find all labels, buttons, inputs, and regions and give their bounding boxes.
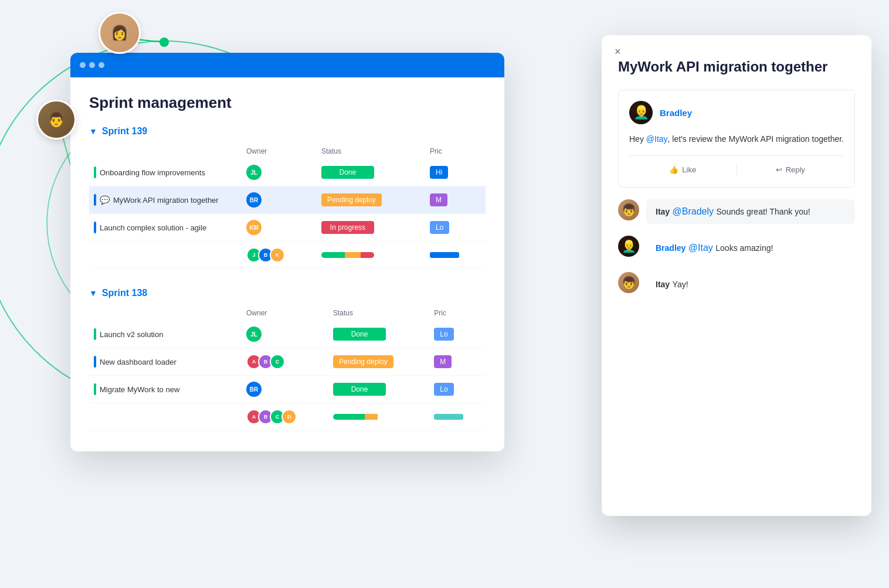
like-label: Like [682,165,696,174]
comment-avatar: 👱‍♂️ [629,101,653,124]
task-name-label: MyWork API migration together [113,196,219,205]
reply-text: Yay! [673,280,688,289]
reply-avatar: 👦 [618,272,639,293]
priority-badge: Lo [434,383,453,396]
reply-content: Itay @Bradely Sounds great! Thank you! [646,199,855,224]
reply-label: Reply [786,165,805,174]
task-name-label: Launch v2 solution [100,330,163,339]
comment-author-name: Bradley [660,108,692,118]
sprint-139-arrow: ▼ [89,127,97,136]
float-avatar-man: 👨 [36,100,76,140]
comment-body: Hey @Itay, let's review the MyWork API m… [629,132,844,145]
reply-author: Bradley [656,243,686,253]
reply-avatar: 👱‍♂️ [618,236,639,257]
table-row[interactable]: 💬 MyWork API migration together BR Pendi… [89,186,486,214]
window-dot-2 [89,62,95,68]
col-owner: Owner [242,144,317,159]
table-row[interactable]: Launch complex solution - agile KM In pr… [89,214,486,242]
reply-item: 👦 Itay @Bradely Sounds great! Thank you! [618,199,855,224]
window-dot-3 [99,62,104,68]
priority-badge: Hi [430,166,448,179]
reply-mention: @Bradely [673,206,714,216]
status-badge: Done [333,383,386,396]
avatar: BR [246,382,262,397]
avatar: JL [246,165,262,180]
comment-panel: × MyWork API migration together 👱‍♂️ Bra… [602,35,871,516]
reply-content: Itay Yay! [646,272,855,297]
reply-text: Looks amazing! [715,243,773,253]
reply-mention: @Itay [688,243,713,253]
task-name-label: Migrate MyWork to new [100,385,179,394]
main-comment-card: 👱‍♂️ Bradley Hey @Itay, let's review the… [618,90,855,187]
avatar: C [270,354,285,369]
sprint-window: Sprint management ▼ Sprint 139 Owner Sta… [70,53,504,451]
table-row[interactable]: Migrate MyWork to new BR Done Lo [89,376,486,403]
status-badge: Done [321,166,374,179]
col-priority: Pric [425,144,486,159]
priority-badge: Lo [434,328,453,341]
avatar: KM [246,220,262,235]
window-dot-1 [80,62,86,68]
reply-button[interactable]: ↩ Reply [737,163,844,176]
avatar: BR [246,192,262,208]
page-title: Sprint management [89,94,486,112]
float-avatar-woman: 👩 [99,12,141,54]
table-row[interactable]: Onboarding flow improvements JL Done Hi [89,159,486,186]
task-name-label: Launch complex solution - agile [100,223,206,232]
reply-content: Bradley @Itay Looks amazing! [646,236,855,260]
status-badge: In progress [321,221,374,234]
close-button[interactable]: × [615,46,621,58]
priority-badge: M [430,193,447,206]
table-row[interactable]: Launch v2 solution JL Done Lo [89,321,486,348]
svg-point-2 [160,38,169,47]
col-task [89,305,242,321]
status-badge: Pending deploy [321,193,382,206]
mention: @Itay [646,134,668,144]
reply-avatar: 👦 [618,199,639,220]
window-titlebar [70,53,504,77]
col-status: Status [317,144,425,159]
task-icon: 💬 [100,195,110,205]
avatar: JL [246,327,262,342]
progress-row: J B K [89,242,486,269]
reply-text: Sounds great! Thank you! [717,207,810,216]
task-name-label: New dashboard loader [100,358,177,366]
priority-badge: M [434,355,452,368]
like-icon: 👍 [669,165,678,174]
sprint-138-arrow: ▼ [89,288,97,298]
reply-item: 👱‍♂️ Bradley @Itay Looks amazing! [618,236,855,260]
sprint-138-label: Sprint 138 [102,288,147,298]
progress-row: A B C D [89,403,486,431]
reply-author: Itay [656,280,670,289]
reply-author: Itay [656,207,670,216]
reply-item: 👦 Itay Yay! [618,272,855,297]
panel-title: MyWork API migration together [618,57,855,76]
sprint-139-section: ▼ Sprint 139 Owner Status Pric [89,126,486,269]
sprint-139-label: Sprint 139 [102,126,147,137]
status-badge: Done [333,328,386,341]
reply-icon: ↩ [776,165,782,174]
priority-badge: Lo [430,221,449,234]
table-row[interactable]: New dashboard loader A B C Pending deplo… [89,348,486,376]
like-button[interactable]: 👍 Like [629,163,737,176]
status-badge: Pending deploy [333,355,393,368]
col-status: Status [328,305,429,321]
col-owner: Owner [242,305,328,321]
col-priority: Pric [429,305,486,321]
col-task [89,144,242,159]
task-name-label: Onboarding flow improvements [100,168,205,177]
sprint-138-section: ▼ Sprint 138 Owner Status Pric [89,288,486,431]
